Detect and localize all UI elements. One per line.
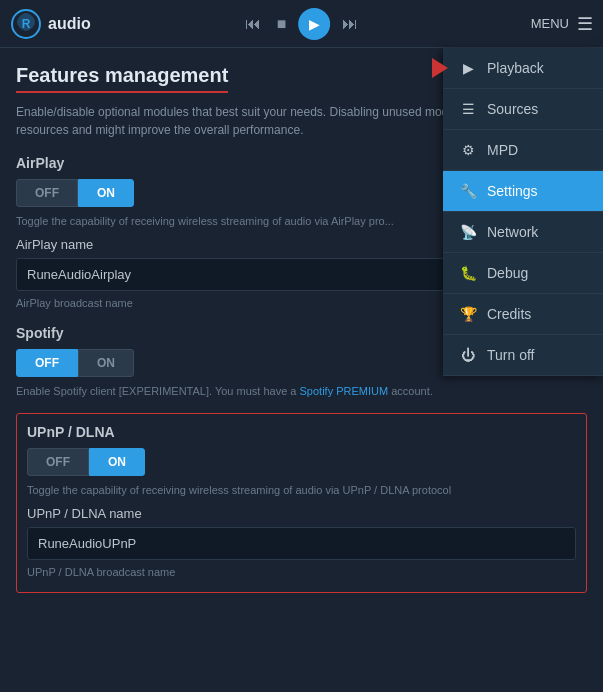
main-content: Features management Enable/disable optio…: [0, 48, 603, 609]
prev-button[interactable]: ⏮: [241, 11, 265, 37]
svg-text:R: R: [22, 17, 31, 31]
menu-item-playback[interactable]: ▶ Playback: [443, 48, 603, 89]
arrow-indicator: [432, 58, 448, 78]
menu-item-turnoff-label: Turn off: [487, 347, 534, 363]
airplay-on-button[interactable]: ON: [78, 179, 134, 207]
menu-item-settings-label: Settings: [487, 183, 538, 199]
menu-item-network-label: Network: [487, 224, 538, 240]
transport-controls: ⏮ ■ ▶ ⏭: [241, 8, 363, 40]
next-button[interactable]: ⏭: [338, 11, 362, 37]
debug-icon: 🐛: [459, 265, 477, 281]
header: R audio ⏮ ■ ▶ ⏭ MENU ☰: [0, 0, 603, 48]
mpd-icon: ⚙: [459, 142, 477, 158]
upnp-name-label: UPnP / DLNA name: [27, 506, 576, 521]
spotify-premium-link[interactable]: Spotify PREMIUM: [300, 385, 389, 397]
upnp-note: Toggle the capability of receiving wirel…: [27, 484, 576, 496]
menu-item-sources-label: Sources: [487, 101, 538, 117]
upnp-section: UPnP / DLNA OFF ON Toggle the capability…: [16, 413, 587, 593]
menu-item-debug-label: Debug: [487, 265, 528, 281]
page-title: Features management: [16, 64, 228, 93]
settings-icon: 🔧: [459, 183, 477, 199]
play-button[interactable]: ▶: [298, 8, 330, 40]
airplay-off-button[interactable]: OFF: [16, 179, 78, 207]
network-icon: 📡: [459, 224, 477, 240]
playback-icon: ▶: [459, 60, 477, 76]
stop-button[interactable]: ■: [273, 11, 291, 37]
logo-text: audio: [48, 15, 91, 33]
menu-item-credits-label: Credits: [487, 306, 531, 322]
spotify-note-suffix: account.: [388, 385, 433, 397]
menu-item-settings[interactable]: 🔧 Settings: [443, 171, 603, 212]
menu-item-debug[interactable]: 🐛 Debug: [443, 253, 603, 294]
upnp-broadcast-label: UPnP / DLNA broadcast name: [27, 566, 576, 578]
menu-item-playback-label: Playback: [487, 60, 544, 76]
upnp-on-button[interactable]: ON: [89, 448, 145, 476]
spotify-note: Enable Spotify client [EXPERIMENTAL]. Yo…: [16, 385, 587, 397]
menu-item-credits[interactable]: 🏆 Credits: [443, 294, 603, 335]
spotify-note-prefix: Enable Spotify client [EXPERIMENTAL]. Yo…: [16, 385, 300, 397]
spotify-on-button[interactable]: ON: [78, 349, 134, 377]
hamburger-button[interactable]: ☰: [577, 13, 593, 35]
credits-icon: 🏆: [459, 306, 477, 322]
menu-item-sources[interactable]: ☰ Sources: [443, 89, 603, 130]
header-right: MENU ☰: [531, 13, 593, 35]
menu-item-mpd-label: MPD: [487, 142, 518, 158]
logo-icon: R: [10, 8, 42, 40]
spotify-off-button[interactable]: OFF: [16, 349, 78, 377]
upnp-toggle-group: OFF ON: [27, 448, 576, 476]
turnoff-icon: ⏻: [459, 347, 477, 363]
menu-item-network[interactable]: 📡 Network: [443, 212, 603, 253]
upnp-name-input[interactable]: [27, 527, 576, 560]
upnp-title: UPnP / DLNA: [27, 424, 576, 440]
menu-item-turnoff[interactable]: ⏻ Turn off: [443, 335, 603, 376]
upnp-off-button[interactable]: OFF: [27, 448, 89, 476]
dropdown-menu: ▶ Playback ☰ Sources ⚙ MPD 🔧 Settings 📡 …: [443, 48, 603, 376]
menu-label: MENU: [531, 16, 569, 31]
menu-item-mpd[interactable]: ⚙ MPD: [443, 130, 603, 171]
sources-icon: ☰: [459, 101, 477, 117]
